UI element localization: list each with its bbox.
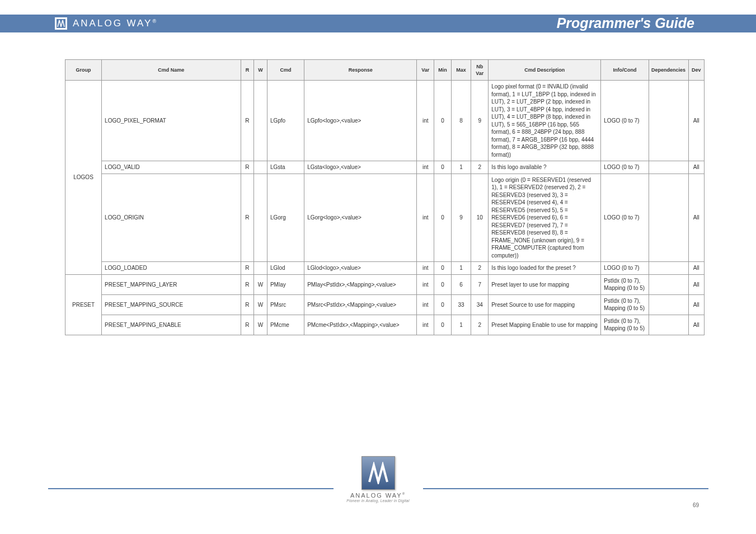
cell-w [254,262,267,275]
cell-info: LOGO (0 to 7) [601,174,649,262]
cell-dev: All [688,262,704,275]
col-header: Dependencies [649,60,688,81]
footer-rule-left [48,488,334,489]
cell-desc: Is this logo loaded for the preset ? [489,262,601,275]
cell-dep [649,81,688,161]
cell-nbv: 10 [471,174,489,262]
cell-w: W [254,274,267,294]
cell-var: int [417,315,434,335]
cell-dep [649,294,688,315]
cell-var: int [417,294,434,315]
footer: ANALOG WAY® Pioneer in Analog, Leader in… [0,465,756,512]
cell-rsp: LGlod<logo>,<value> [304,262,417,275]
page-number: 69 [693,502,699,508]
cell-cmd: LGpfo [267,81,304,161]
cell-w: W [254,294,267,315]
cell-min: 0 [434,274,452,294]
cell-info: LOGO (0 to 7) [601,161,649,174]
cell-rsp: PMcme<PstIdx>,<Mapping>,<value> [304,315,417,335]
col-header: Cmd Description [489,60,601,81]
cell-max: 1 [451,315,471,335]
cell-nbv: 34 [471,294,489,315]
cell-rsp: PMsrc<PstIdx>,<Mapping>,<value> [304,294,417,315]
cell-info: LOGO (0 to 7) [601,81,649,161]
col-header: Cmd Name [102,60,241,81]
cell-r: R [241,174,254,262]
cell-dep [649,274,688,294]
cell-w [254,174,267,262]
cell-cmd: PMlay [267,274,304,294]
cell-min: 0 [434,294,452,315]
group-cell: PRESET [65,274,102,335]
col-header: Response [304,60,417,81]
cell-dep [649,315,688,335]
footer-tagline: Pioneer in Analog, Leader in Digital [346,499,409,503]
table-row: LOGO_VALIDRLGstaLGsta<logo>,<value>int01… [65,161,705,174]
col-header: W [254,60,267,81]
cell-desc: Logo origin (0 = RESERVED1 (reserved 1),… [489,174,601,262]
cell-name: PRESET_MAPPING_LAYER [102,274,241,294]
cell-max: 1 [451,262,471,275]
cell-r: R [241,161,254,174]
table-row: LOGO_LOADEDRLGlodLGlod<logo>,<value>int0… [65,262,705,275]
cell-max: 9 [451,174,471,262]
cell-r: R [241,294,254,315]
footer-logo-icon [361,456,395,490]
col-header: Info/Cond [601,60,649,81]
cell-desc: Logo pixel format (0 = INVALID (invalid … [489,81,601,161]
cell-var: int [417,81,434,161]
cell-r: R [241,315,254,335]
cell-rsp: LGsta<logo>,<value> [304,161,417,174]
cell-max: 1 [451,161,471,174]
cell-name: PRESET_MAPPING_ENABLE [102,315,241,335]
command-table: GroupCmd NameRWCmdResponseVarMinMaxNb Va… [65,59,705,335]
cell-dev: All [688,294,704,315]
cell-dev: All [688,174,704,262]
cell-min: 0 [434,161,452,174]
cell-dev: All [688,315,704,335]
col-header: Dev [688,60,704,81]
col-header: Var [417,60,434,81]
cell-rsp: LGorg<logo>,<value> [304,174,417,262]
brand-logo-icon [55,17,67,30]
cell-cmd: LGorg [267,174,304,262]
cell-r: R [241,81,254,161]
cell-dep [649,262,688,275]
cell-info: PstIdx (0 to 7), Mapping (0 to 5) [601,274,649,294]
cell-info: PstIdx (0 to 7), Mapping (0 to 5) [601,315,649,335]
cell-dev: All [688,81,704,161]
cell-max: 33 [451,294,471,315]
cell-desc: Preset Source to use for mapping [489,294,601,315]
cell-max: 8 [451,81,471,161]
cell-cmd: LGlod [267,262,304,275]
cell-dep [649,174,688,262]
brand-block: ANALOG WAY® [55,17,156,30]
cell-min: 0 [434,81,452,161]
col-header: Cmd [267,60,304,81]
col-header: Max [451,60,471,81]
group-cell: LOGOS [65,81,102,275]
cell-nbv: 2 [471,161,489,174]
cell-info: LOGO (0 to 7) [601,262,649,275]
footer-rule-right [423,488,708,489]
cell-name: LOGO_ORIGIN [102,174,241,262]
brand-text: ANALOG WAY® [73,18,156,29]
cell-rsp: LGpfo<logo>,<value> [304,81,417,161]
cell-w: W [254,315,267,335]
footer-brand-text: ANALOG WAY® [350,492,406,499]
cell-cmd: PMsrc [267,294,304,315]
col-header: Min [434,60,452,81]
cell-nbv: 2 [471,262,489,275]
table-row: PRESETPRESET_MAPPING_LAYERRWPMlayPMlay<P… [65,274,705,294]
col-header: R [241,60,254,81]
header-bar: ANALOG WAY® Programmer's Guide [0,15,756,32]
cell-var: int [417,174,434,262]
cell-name: PRESET_MAPPING_SOURCE [102,294,241,315]
cell-min: 0 [434,262,452,275]
table-row: LOGOSLOGO_PIXEL_FORMATRLGpfoLGpfo<logo>,… [65,81,705,161]
cell-cmd: PMcme [267,315,304,335]
cell-nbv: 9 [471,81,489,161]
table-row: PRESET_MAPPING_ENABLERWPMcmePMcme<PstIdx… [65,315,705,335]
col-header: Nb Var [471,60,489,81]
footer-center: ANALOG WAY® Pioneer in Analog, Leader in… [339,456,417,503]
